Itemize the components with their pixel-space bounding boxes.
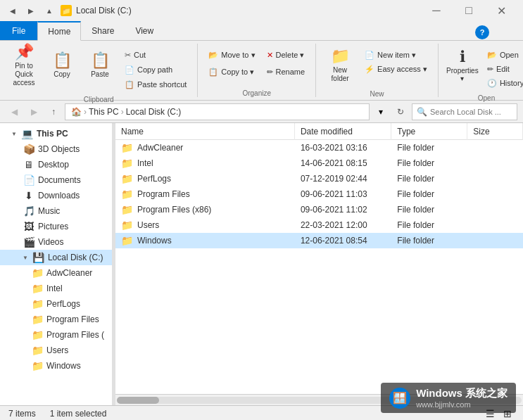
tab-share[interactable]: Share (81, 21, 125, 40)
tab-home[interactable]: Home (37, 21, 81, 41)
properties-icon: ℹ (460, 49, 465, 65)
properties-button[interactable]: ℹ Properties ▾ (444, 44, 481, 86)
nav-item-intel[interactable]: 📁 Intel (0, 281, 112, 296)
folder-icon-perflogs: 📁 (121, 173, 133, 184)
search-input[interactable] (430, 108, 512, 116)
file-type-adwcleaner: File folder (391, 143, 467, 153)
history-button[interactable]: 🕐 History (482, 76, 523, 90)
copy-button[interactable]: 📋 Copy (44, 44, 80, 86)
file-row-users[interactable]: 📁 Users 22-03-2021 12:00 File folder (115, 217, 523, 233)
col-header-name[interactable]: Name (115, 123, 295, 140)
col-header-date[interactable]: Date modified (295, 123, 391, 140)
col-header-type[interactable]: Type (391, 123, 467, 140)
search-box[interactable]: 🔍 (412, 103, 517, 120)
easy-access-icon: ⚡ (365, 65, 374, 74)
file-row-adwcleaner[interactable]: 📁 AdwCleaner 16-03-2021 03:16 File folde… (115, 140, 523, 155)
delete-button[interactable]: ✕ Delete ▾ (262, 48, 310, 62)
ribbon-group-new: 📁 Newfolder 📄 New item ▾ ⚡ Easy access ▾… (316, 44, 439, 97)
nav-label-program-files-x86: Program Files ( (46, 330, 104, 340)
nav-item-windows[interactable]: 📁 Windows (0, 358, 112, 374)
cut-icon: ✂ (125, 51, 131, 60)
nav-item-adwcleaner[interactable]: 📁 AdwCleaner (0, 265, 112, 281)
nav-item-program-files-x86[interactable]: 📁 Program Files ( (0, 327, 112, 343)
tab-file[interactable]: File (0, 21, 37, 40)
clipboard-label: Clipboard (84, 94, 114, 103)
open-icon: 📂 (487, 51, 497, 60)
left-nav: ▼ 💻 This PC 📦 3D Objects 🖥 Desktop 📄 Doc… (0, 123, 113, 405)
window-icon: 📁 (61, 5, 72, 16)
nav-label-program-files: Program Files (46, 314, 99, 324)
new-folder-button[interactable]: 📁 Newfolder (322, 44, 358, 86)
ribbon-group-open: ℹ Properties ▾ 📂 Open ✏ Edit 🕐 History (439, 44, 523, 97)
nav-label-this-pc: This PC (37, 129, 68, 139)
rename-button[interactable]: ✏ Rename (262, 65, 310, 79)
copy-path-button[interactable]: 📄 Copy path (120, 63, 191, 77)
edit-button[interactable]: ✏ Edit (482, 62, 523, 76)
paste-button[interactable]: 📋 Paste (82, 44, 118, 86)
organize-label: Organize (242, 88, 271, 97)
col-header-size[interactable]: Size (467, 123, 523, 140)
nav-back-button[interactable]: ◀ (6, 103, 23, 120)
file-date-program-files-x86: 09-06-2021 11:02 (295, 205, 391, 215)
file-name-program-files-x86: Program Files (x86) (137, 205, 211, 215)
watermark: 🪟 Windows 系统之家 www.bjjmlv.com (381, 383, 516, 413)
up-arrow[interactable]: ▲ (42, 4, 56, 18)
file-row-windows[interactable]: 📁 Windows 12-06-2021 08:54 File folder (115, 233, 523, 248)
nav-item-desktop[interactable]: 🖥 Desktop (0, 157, 112, 172)
file-row-intel[interactable]: 📁 Intel 14-06-2021 08:15 File folder (115, 155, 523, 171)
ribbon-group-organize: 📂 Move to ▾ 📋 Copy to ▾ ✕ Delete ▾ ✏ (198, 44, 316, 97)
file-row-program-files[interactable]: 📁 Program Files 09-06-2021 11:03 File fo… (115, 186, 523, 202)
nav-item-local-disk[interactable]: ▼ 💾 Local Disk (C:) (0, 250, 112, 265)
move-to-button[interactable]: 📂 Move to ▾ (203, 48, 260, 62)
nav-item-users[interactable]: 📁 Users (0, 343, 112, 358)
new-item-button[interactable]: 📄 New item ▾ (360, 48, 432, 62)
nav-up-button[interactable]: ↑ (45, 103, 62, 120)
back-arrow[interactable]: ◀ (6, 4, 20, 18)
help-button[interactable]: ? (475, 25, 489, 39)
file-name-intel: Intel (137, 158, 153, 168)
cut-button[interactable]: ✂ Cut (120, 48, 191, 62)
nav-label-intel: Intel (46, 284, 63, 293)
paste-shortcut-button[interactable]: 📋 Paste shortcut (120, 77, 191, 91)
item-count: 7 items (8, 409, 36, 419)
file-type-windows: File folder (391, 236, 467, 246)
selected-count: 1 item selected (50, 409, 107, 419)
file-row-program-files-x86[interactable]: 📁 Program Files (x86) 09-06-2021 11:02 F… (115, 202, 523, 217)
close-button[interactable]: ✕ (485, 0, 517, 21)
nav-item-perflogs[interactable]: 📁 PerfLogs (0, 296, 112, 312)
h-scroll-thumb[interactable] (117, 397, 159, 404)
folder-icon-windows: 📁 (121, 235, 133, 246)
window-title: Local Disk (C:) (76, 6, 132, 15)
address-path[interactable]: 🏠 › This PC › Local Disk (C:) (65, 103, 370, 120)
file-name-program-files: Program Files (137, 189, 190, 199)
nav-forward-button[interactable]: ▶ (25, 103, 42, 120)
addr-dropdown[interactable]: ▾ (372, 107, 389, 117)
expand-icon: ▼ (11, 131, 17, 137)
folder-icon-adwcleaner: 📁 (121, 142, 133, 153)
nav-item-documents[interactable]: 📄 Documents (0, 172, 112, 188)
file-row-perflogs[interactable]: 📁 PerfLogs 07-12-2019 02:44 File folder (115, 171, 523, 186)
nav-item-3d-objects[interactable]: 📦 3D Objects (0, 141, 112, 157)
folder-icon-users: 📁 (121, 219, 133, 231)
nav-item-this-pc[interactable]: ▼ 💻 This PC (0, 126, 112, 141)
file-list[interactable]: Name Date modified Type Size 📁 AdwCleane… (115, 123, 523, 394)
perflogs-folder-icon: 📁 (31, 298, 44, 310)
nav-item-videos[interactable]: 🎬 Videos (0, 234, 112, 250)
search-icon: 🔍 (417, 107, 427, 117)
nav-item-pictures[interactable]: 🖼 Pictures (0, 219, 112, 234)
nav-item-music[interactable]: 🎵 Music (0, 203, 112, 219)
nav-item-program-files[interactable]: 📁 Program Files (0, 312, 112, 327)
edit-icon: ✏ (487, 65, 493, 74)
open-button[interactable]: 📂 Open (482, 48, 523, 62)
refresh-button[interactable]: ↻ (392, 103, 409, 120)
nav-item-downloads[interactable]: ⬇ Downloads (0, 188, 112, 203)
easy-access-button[interactable]: ⚡ Easy access ▾ (360, 62, 432, 76)
forward-arrow[interactable]: ▶ (24, 4, 38, 18)
tab-view[interactable]: View (125, 21, 164, 40)
pin-to-quick-access-button[interactable]: 📌 Pin to Quick access (6, 44, 42, 86)
nav-label-documents: Documents (38, 175, 81, 185)
copy-to-button[interactable]: 📋 Copy to ▾ (203, 65, 260, 79)
minimize-button[interactable]: ─ (420, 0, 453, 21)
copy-icon: 📋 (53, 53, 72, 68)
maximize-button[interactable]: □ (453, 0, 485, 21)
